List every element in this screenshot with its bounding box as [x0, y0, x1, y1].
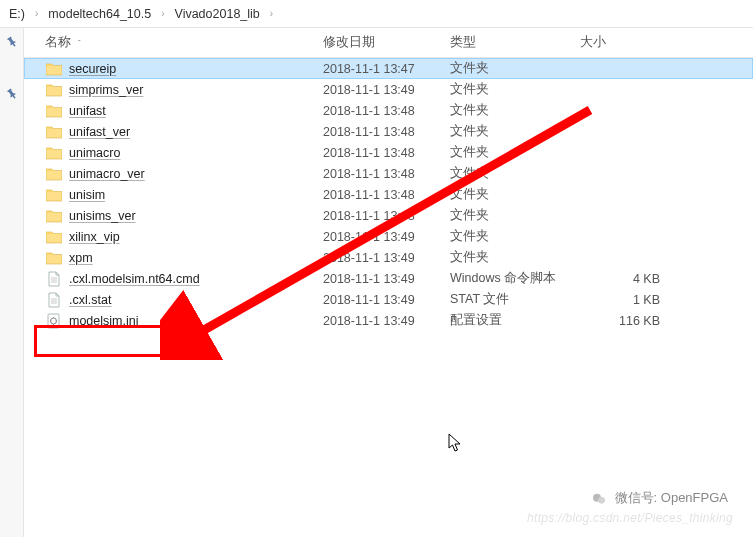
- file-date: 2018-11-1 13:49: [323, 314, 450, 328]
- breadcrumb-root[interactable]: E:): [6, 5, 28, 23]
- file-size: 1 KB: [580, 293, 660, 307]
- folder-icon: [45, 207, 63, 225]
- file-type: 文件夹: [450, 123, 580, 140]
- file-row[interactable]: secureip2018-11-1 13:47文件夹: [24, 58, 753, 79]
- column-header-name[interactable]: 名称 ˇ: [45, 34, 323, 51]
- file-row[interactable]: unifast2018-11-1 13:48文件夹: [24, 100, 753, 121]
- column-header-type[interactable]: 类型: [450, 34, 580, 51]
- folder-icon: [45, 102, 63, 120]
- file-name: .cxl.stat: [69, 293, 323, 307]
- file-date: 2018-11-1 13:49: [323, 83, 450, 97]
- file-type: 文件夹: [450, 165, 580, 182]
- file-name: xpm: [69, 251, 323, 265]
- file-name: modelsim.ini: [69, 314, 323, 328]
- svg-point-11: [598, 497, 605, 504]
- file-row[interactable]: unifast_ver2018-11-1 13:48文件夹: [24, 121, 753, 142]
- folder-icon: [45, 186, 63, 204]
- file-icon: [45, 270, 63, 288]
- quick-access-sidebar: [0, 28, 24, 537]
- chevron-right-icon: ›: [154, 8, 171, 19]
- file-type: 文件夹: [450, 249, 580, 266]
- file-name: unisim: [69, 188, 323, 202]
- watermark-value: OpenFPGA: [661, 490, 728, 505]
- file-type: 配置设置: [450, 312, 580, 329]
- folder-icon: [45, 81, 63, 99]
- watermark-wechat: 微信号: OpenFPGA: [591, 489, 728, 507]
- file-type: 文件夹: [450, 228, 580, 245]
- file-type: Windows 命令脚本: [450, 270, 580, 287]
- file-name: .cxl.modelsim.nt64.cmd: [69, 272, 323, 286]
- file-date: 2018-11-1 13:49: [323, 272, 450, 286]
- file-list[interactable]: secureip2018-11-1 13:47文件夹simprims_ver20…: [24, 58, 753, 537]
- file-date: 2018-11-1 13:48: [323, 104, 450, 118]
- column-header-size[interactable]: 大小: [580, 34, 660, 51]
- breadcrumb[interactable]: E:) › modeltech64_10.5 › Vivado2018_lib …: [0, 0, 753, 28]
- column-header-row: 名称 ˇ 修改日期 类型 大小: [0, 28, 753, 58]
- file-date: 2018-11-1 13:49: [323, 293, 450, 307]
- file-type: 文件夹: [450, 144, 580, 161]
- file-date: 2018-11-1 13:48: [323, 167, 450, 181]
- watermark-csdn: https://blog.csdn.net/Pieces_thinking: [527, 511, 733, 525]
- breadcrumb-seg2[interactable]: Vivado2018_lib: [172, 5, 263, 23]
- watermark-label: 微信号:: [615, 490, 658, 505]
- file-type: 文件夹: [450, 207, 580, 224]
- file-date: 2018-11-1 13:48: [323, 146, 450, 160]
- file-date: 2018-11-1 13:47: [323, 62, 450, 76]
- folder-icon: [45, 228, 63, 246]
- file-name: unifast_ver: [69, 125, 323, 139]
- file-row[interactable]: .cxl.stat2018-11-1 13:49STAT 文件1 KB: [24, 289, 753, 310]
- column-header-date-label: 修改日期: [323, 34, 375, 51]
- file-date: 2018-11-1 13:48: [323, 125, 450, 139]
- column-header-size-label: 大小: [580, 34, 606, 51]
- chevron-right-icon: ›: [28, 8, 45, 19]
- file-date: 2018-11-1 13:49: [323, 230, 450, 244]
- folder-icon: [45, 123, 63, 141]
- file-name: unimacro: [69, 146, 323, 160]
- sort-indicator-icon: ˇ: [78, 38, 81, 47]
- file-icon: [45, 291, 63, 309]
- svg-rect-6: [48, 314, 59, 328]
- file-row[interactable]: unimacro_ver2018-11-1 13:48文件夹: [24, 163, 753, 184]
- breadcrumb-seg1[interactable]: modeltech64_10.5: [45, 5, 154, 23]
- file-row[interactable]: unimacro2018-11-1 13:48文件夹: [24, 142, 753, 163]
- file-name: unimacro_ver: [69, 167, 323, 181]
- file-name: simprims_ver: [69, 83, 323, 97]
- pin-icon: [6, 86, 18, 98]
- file-row[interactable]: xilinx_vip2018-11-1 13:49文件夹: [24, 226, 753, 247]
- file-name: unifast: [69, 104, 323, 118]
- folder-icon: [45, 60, 63, 78]
- folder-icon: [45, 249, 63, 267]
- file-row[interactable]: modelsim.ini2018-11-1 13:49配置设置116 KB: [24, 310, 753, 331]
- file-row[interactable]: simprims_ver2018-11-1 13:49文件夹: [24, 79, 753, 100]
- chevron-right-icon: ›: [263, 8, 280, 19]
- pin-icon: [6, 34, 18, 46]
- folder-icon: [45, 165, 63, 183]
- settings-file-icon: [45, 312, 63, 330]
- file-type: 文件夹: [450, 186, 580, 203]
- column-header-type-label: 类型: [450, 34, 476, 51]
- file-type: 文件夹: [450, 81, 580, 98]
- folder-icon: [45, 144, 63, 162]
- file-size: 4 KB: [580, 272, 660, 286]
- file-type: 文件夹: [450, 102, 580, 119]
- file-row[interactable]: unisims_ver2018-11-1 13:48文件夹: [24, 205, 753, 226]
- file-row[interactable]: unisim2018-11-1 13:48文件夹: [24, 184, 753, 205]
- column-header-date[interactable]: 修改日期: [323, 34, 450, 51]
- file-date: 2018-11-1 13:48: [323, 188, 450, 202]
- wechat-icon: [591, 491, 607, 507]
- column-header-name-label: 名称: [45, 34, 71, 51]
- file-date: 2018-11-1 13:48: [323, 209, 450, 223]
- file-type: 文件夹: [450, 60, 580, 77]
- file-row[interactable]: xpm2018-11-1 13:49文件夹: [24, 247, 753, 268]
- file-row[interactable]: .cxl.modelsim.nt64.cmd2018-11-1 13:49Win…: [24, 268, 753, 289]
- file-name: xilinx_vip: [69, 230, 323, 244]
- file-date: 2018-11-1 13:49: [323, 251, 450, 265]
- file-size: 116 KB: [580, 314, 660, 328]
- file-name: unisims_ver: [69, 209, 323, 223]
- file-name: secureip: [69, 62, 323, 76]
- file-type: STAT 文件: [450, 291, 580, 308]
